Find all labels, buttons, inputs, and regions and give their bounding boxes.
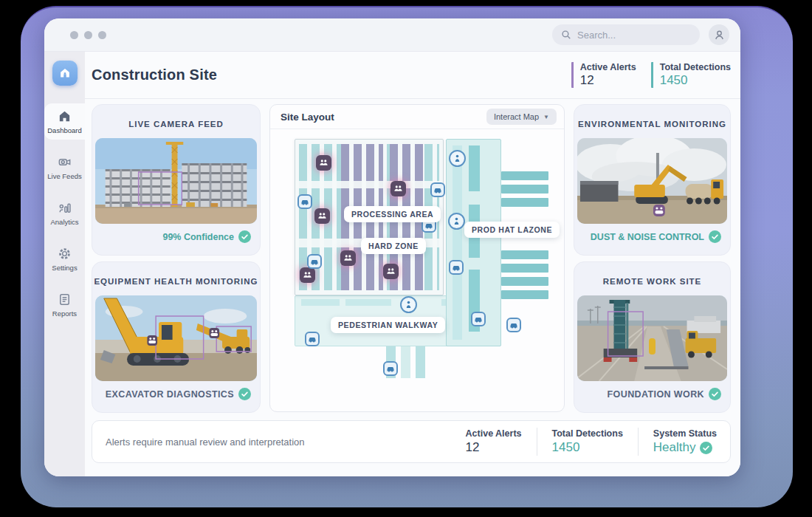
worker-alert-marker[interactable] (390, 181, 406, 196)
home-logo-icon (58, 66, 72, 80)
footer-stat-active-alerts: Active Alerts 12 (466, 428, 522, 455)
vehicle-icon (452, 263, 461, 272)
card-title: EQUIPMENT HEALTH MONITORING (92, 277, 260, 286)
worker-alert-marker[interactable] (383, 264, 399, 279)
sidebar-item-reports[interactable]: Reports (44, 287, 85, 323)
worker-alert-marker[interactable] (340, 250, 356, 266)
vehicle-icon (509, 321, 518, 329)
check-icon (700, 442, 712, 454)
vehicle-marker[interactable] (307, 254, 322, 269)
check-icon (709, 230, 721, 243)
vehicle-marker[interactable] (471, 312, 486, 326)
window-dot[interactable] (84, 31, 92, 39)
card-live-camera-feed: LIVE CAMERA FEED (92, 104, 261, 256)
gear-icon (58, 247, 72, 261)
foundation-label: FOUNDATION WORK (608, 389, 704, 400)
user-icon (713, 29, 726, 41)
document-icon (58, 292, 72, 307)
vehicle-marker[interactable] (430, 182, 445, 197)
sidebar-item-live-feeds[interactable]: Live Feeds (44, 149, 85, 185)
divider (638, 428, 639, 456)
vehicle-icon (308, 335, 317, 343)
camera-icon (58, 155, 72, 169)
alerts-note: Alerts require manual review and interpr… (106, 436, 305, 448)
vehicle-icon (433, 185, 442, 194)
person-icon (404, 300, 413, 309)
app-logo[interactable] (52, 61, 78, 86)
bar-chart-icon (58, 201, 72, 215)
vehicle-marker[interactable] (449, 260, 464, 275)
vehicle-icon (386, 364, 395, 373)
card-environmental-monitoring: ENVIRONMENTAL MONITORING (574, 104, 731, 256)
dust-site-photo (577, 138, 727, 224)
zone-label-hard-zone: HARD ZONE (361, 238, 426, 254)
zone-label-pedestrian-walkway: PEDESTRIAN WALKWAY (331, 317, 445, 333)
card-title: ENVIRONMENTAL MONITORING (574, 120, 730, 129)
card-equipment-health: EQUIPMENT HEALTH MONITORING (92, 261, 261, 413)
window-controls (70, 31, 106, 39)
sidebar-item-dashboard[interactable]: Dashboard (44, 103, 85, 140)
worker-group-icon (343, 253, 353, 263)
sidebar-item-analytics[interactable]: Analytics (44, 195, 85, 231)
vehicle-marker[interactable] (506, 318, 521, 332)
titlebar (44, 18, 740, 52)
zone-label-prod-hat-lazone: PROD HAT LAZONE (464, 222, 560, 238)
person-icon (452, 216, 461, 226)
confidence-label: 99% Confidence (162, 232, 234, 242)
check-icon (238, 388, 251, 400)
user-avatar[interactable] (709, 24, 729, 45)
dust-noise-label: DUST & NOISE CONTROL (591, 232, 704, 242)
check-icon (709, 388, 721, 400)
remote-work-site-image[interactable] (577, 295, 727, 381)
stat-total-detections: Total Detections 1450 (651, 62, 731, 88)
window-dot[interactable] (98, 31, 106, 39)
main-content: Construction Site Active Alerts 12 Total… (85, 52, 740, 476)
person-marker[interactable] (448, 213, 465, 230)
card-title: REMOTE WORK SITE (574, 277, 730, 286)
vehicle-icon (474, 315, 483, 323)
worker-group-icon (386, 267, 396, 276)
page-header: Construction Site Active Alerts 12 Total… (85, 52, 740, 99)
vehicle-marker[interactable] (297, 194, 312, 209)
construction-building-photo (95, 138, 257, 224)
sidebar: Dashboard Live Feeds Analytics Settings (44, 52, 85, 476)
live-camera-feed-image[interactable] (95, 138, 257, 224)
dashboard-icon (58, 109, 72, 123)
desktop: Dashboard Live Feeds Analytics Settings (0, 0, 812, 517)
worker-group-icon (303, 270, 312, 280)
app-window: Dashboard Live Feeds Analytics Settings (44, 18, 740, 476)
window-dot[interactable] (70, 31, 78, 39)
person-marker[interactable] (449, 150, 466, 167)
worker-group-icon (319, 158, 328, 168)
search-icon (561, 30, 571, 40)
card-title: LIVE CAMERA FEED (92, 120, 260, 129)
sidebar-item-settings[interactable]: Settings (44, 241, 85, 277)
environmental-monitoring-image[interactable] (577, 138, 727, 224)
site-layout-panel: Site Layout Interact Map ▼ (269, 104, 565, 412)
vehicle-icon (310, 257, 319, 266)
foundation-rig-photo (577, 295, 727, 381)
worker-alert-marker[interactable] (314, 208, 330, 224)
system-status-value: Healthy (653, 440, 696, 455)
worker-alert-marker[interactable] (300, 267, 315, 283)
excavator-photo (95, 295, 257, 381)
worker-group-icon (393, 184, 403, 194)
person-marker[interactable] (400, 296, 417, 313)
search-input[interactable] (577, 30, 681, 41)
diagnostics-label: EXCAVATOR DIAGNOSTICS (106, 389, 234, 400)
worker-group-icon (317, 211, 327, 221)
interact-map-button[interactable]: Interact Map ▼ (486, 109, 557, 125)
person-icon (453, 154, 462, 163)
chevron-down-icon: ▼ (543, 114, 549, 120)
vehicle-marker[interactable] (305, 332, 320, 346)
vehicle-marker[interactable] (383, 361, 398, 376)
card-remote-work-site: REMOTE WORK SITE (574, 261, 731, 413)
zone-label-processing-area: PROCESSING AREA (344, 206, 441, 222)
search-bar[interactable] (552, 24, 700, 45)
site-map[interactable]: PROCESSING AREA HARD ZONE PROD HAT LAZON… (270, 105, 564, 411)
divider (537, 428, 537, 456)
equipment-health-image[interactable] (95, 295, 257, 381)
worker-alert-marker[interactable] (316, 155, 331, 171)
page-title: Construction Site (92, 66, 217, 83)
site-layout-title: Site Layout (281, 112, 334, 123)
